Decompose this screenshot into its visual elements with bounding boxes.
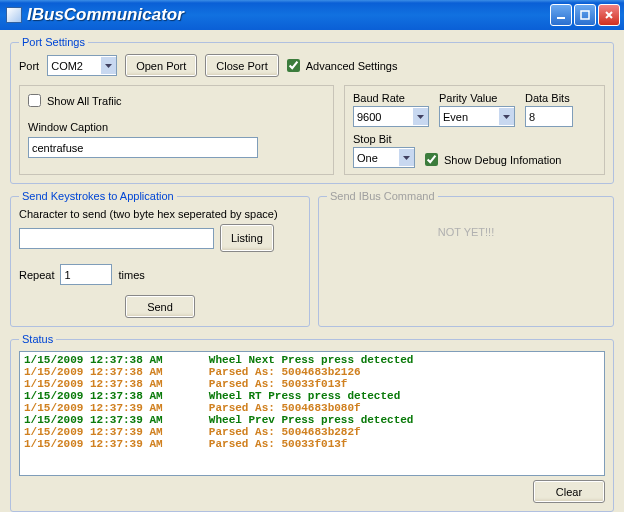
- show-all-traffic-checkbox[interactable]: [28, 94, 41, 107]
- open-port-button[interactable]: Open Port: [125, 54, 197, 77]
- char-to-send-label: Character to send (two byte hex seperate…: [19, 208, 301, 220]
- status-log[interactable]: 1/15/2009 12:37:38 AM Wheel Next Press p…: [19, 351, 605, 476]
- parity-select[interactable]: Even: [439, 106, 515, 127]
- close-port-button[interactable]: Close Port: [205, 54, 278, 77]
- svg-rect-0: [557, 17, 565, 19]
- svg-rect-1: [581, 11, 589, 19]
- window-title: IBusCommunicator: [27, 5, 548, 25]
- close-icon: [604, 10, 614, 20]
- maximize-icon: [580, 10, 590, 20]
- minimize-button[interactable]: [550, 4, 572, 26]
- status-group: Status 1/15/2009 12:37:38 AM Wheel Next …: [10, 333, 614, 512]
- repeat-input[interactable]: [60, 264, 112, 285]
- listing-button[interactable]: Listing: [220, 224, 274, 252]
- data-bits-input[interactable]: [525, 106, 573, 127]
- send-button[interactable]: Send: [125, 295, 195, 318]
- advanced-settings-toggle[interactable]: Advanced Settings: [287, 59, 398, 72]
- port-settings-group: Port Settings Port COM2 Open Port Close …: [10, 36, 614, 184]
- repeat-label: Repeat: [19, 269, 54, 281]
- show-debug-label: Show Debug Infomation: [444, 154, 561, 166]
- parity-label: Parity Value: [439, 92, 515, 104]
- port-settings-legend: Port Settings: [19, 36, 88, 48]
- send-ibus-command-group: Send IBus Command NOT YET!!!: [318, 190, 614, 327]
- window-caption-label: Window Caption: [28, 121, 325, 133]
- stop-bit-select[interactable]: One: [353, 147, 415, 168]
- titlebar: IBusCommunicator: [0, 0, 624, 30]
- clear-button[interactable]: Clear: [533, 480, 605, 503]
- char-to-send-input[interactable]: [19, 228, 214, 249]
- maximize-button[interactable]: [574, 4, 596, 26]
- close-button[interactable]: [598, 4, 620, 26]
- advanced-settings-label: Advanced Settings: [306, 60, 398, 72]
- port-select[interactable]: COM2: [47, 55, 117, 76]
- minimize-icon: [556, 10, 566, 20]
- app-icon: [6, 7, 22, 23]
- send-keystrokes-group: Send Keystrokes to Application Character…: [10, 190, 310, 327]
- show-debug-toggle[interactable]: Show Debug Infomation: [425, 153, 561, 166]
- port-label: Port: [19, 60, 39, 72]
- show-all-traffic-label: Show All Trafiic: [47, 95, 122, 107]
- not-yet-text: NOT YET!!!: [327, 208, 605, 256]
- status-legend: Status: [19, 333, 56, 345]
- window-caption-input[interactable]: [28, 137, 258, 158]
- show-debug-checkbox[interactable]: [425, 153, 438, 166]
- data-bits-label: Data Bits: [525, 92, 573, 104]
- stop-bit-label: Stop Bit: [353, 133, 415, 145]
- baud-rate-label: Baud Rate: [353, 92, 429, 104]
- send-ibus-command-legend: Send IBus Command: [327, 190, 438, 202]
- baud-rate-select[interactable]: 9600: [353, 106, 429, 127]
- send-keystrokes-legend: Send Keystrokes to Application: [19, 190, 177, 202]
- advanced-settings-checkbox[interactable]: [287, 59, 300, 72]
- times-label: times: [118, 269, 144, 281]
- show-all-traffic-toggle[interactable]: Show All Trafiic: [28, 94, 325, 107]
